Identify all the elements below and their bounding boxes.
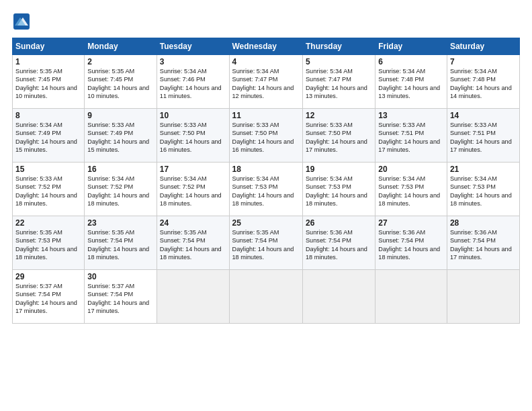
day-number: 8 <box>15 111 81 120</box>
cell-info: Sunrise: 5:33 AMSunset: 7:50 PMDaylight:… <box>232 122 294 153</box>
day-number: 6 <box>378 57 444 66</box>
calendar-cell: 16Sunrise: 5:34 AMSunset: 7:52 PMDayligh… <box>85 163 157 216</box>
calendar-cell: 5Sunrise: 5:34 AMSunset: 7:47 PMDaylight… <box>302 55 375 109</box>
calendar-cell <box>157 270 229 324</box>
cell-info: Sunrise: 5:35 AMSunset: 7:54 PMDaylight:… <box>160 229 222 261</box>
calendar-cell: 24Sunrise: 5:35 AMSunset: 7:54 PMDayligh… <box>157 216 229 270</box>
cell-info: Sunrise: 5:33 AMSunset: 7:50 PMDaylight:… <box>306 122 367 153</box>
logo <box>12 12 34 31</box>
day-number: 29 <box>15 272 81 281</box>
week-row-5: 29Sunrise: 5:37 AMSunset: 7:54 PMDayligh… <box>13 270 520 324</box>
day-number: 25 <box>232 218 300 228</box>
calendar-cell: 1Sunrise: 5:35 AMSunset: 7:45 PMDaylight… <box>13 55 85 109</box>
day-number: 19 <box>306 165 372 174</box>
calendar-cell: 22Sunrise: 5:35 AMSunset: 7:53 PMDayligh… <box>13 216 85 270</box>
header-monday: Monday <box>85 38 157 55</box>
cell-info: Sunrise: 5:34 AMSunset: 7:53 PMDaylight:… <box>450 175 512 207</box>
cell-info: Sunrise: 5:34 AMSunset: 7:46 PMDaylight:… <box>160 68 222 99</box>
header-sunday: Sunday <box>13 38 85 55</box>
day-number: 23 <box>87 218 153 228</box>
calendar-cell: 26Sunrise: 5:36 AMSunset: 7:54 PMDayligh… <box>302 216 375 270</box>
calendar-cell: 25Sunrise: 5:35 AMSunset: 7:54 PMDayligh… <box>229 216 302 270</box>
day-number: 20 <box>378 165 444 174</box>
cell-info: Sunrise: 5:35 AMSunset: 7:54 PMDaylight:… <box>87 229 149 261</box>
cell-info: Sunrise: 5:34 AMSunset: 7:49 PMDaylight:… <box>15 122 77 153</box>
cell-info: Sunrise: 5:37 AMSunset: 7:54 PMDaylight:… <box>87 283 149 314</box>
calendar-cell <box>375 270 447 324</box>
calendar-cell: 2Sunrise: 5:35 AMSunset: 7:45 PMDaylight… <box>85 55 157 109</box>
calendar-cell: 30Sunrise: 5:37 AMSunset: 7:54 PMDayligh… <box>85 270 157 324</box>
week-row-4: 22Sunrise: 5:35 AMSunset: 7:53 PMDayligh… <box>13 216 520 270</box>
calendar-cell: 18Sunrise: 5:34 AMSunset: 7:53 PMDayligh… <box>229 163 302 216</box>
day-number: 28 <box>450 218 517 228</box>
day-number: 10 <box>160 111 226 120</box>
calendar-cell: 11Sunrise: 5:33 AMSunset: 7:50 PMDayligh… <box>229 109 302 163</box>
calendar-cell: 7Sunrise: 5:34 AMSunset: 7:48 PMDaylight… <box>447 55 519 109</box>
calendar-cell: 20Sunrise: 5:34 AMSunset: 7:53 PMDayligh… <box>375 163 447 216</box>
week-row-1: 1Sunrise: 5:35 AMSunset: 7:45 PMDaylight… <box>13 55 520 109</box>
header-wednesday: Wednesday <box>229 38 302 55</box>
calendar-cell: 8Sunrise: 5:34 AMSunset: 7:49 PMDaylight… <box>13 109 85 163</box>
day-number: 15 <box>15 165 81 174</box>
cell-info: Sunrise: 5:35 AMSunset: 7:45 PMDaylight:… <box>15 68 77 99</box>
header-thursday: Thursday <box>302 38 375 55</box>
week-row-2: 8Sunrise: 5:34 AMSunset: 7:49 PMDaylight… <box>13 109 520 163</box>
calendar-cell: 4Sunrise: 5:34 AMSunset: 7:47 PMDaylight… <box>229 55 302 109</box>
cell-info: Sunrise: 5:34 AMSunset: 7:53 PMDaylight:… <box>378 175 440 207</box>
calendar-cell <box>447 270 519 324</box>
day-number: 13 <box>378 111 444 120</box>
header-friday: Friday <box>375 38 447 55</box>
logo-icon <box>12 12 31 31</box>
calendar-cell: 23Sunrise: 5:35 AMSunset: 7:54 PMDayligh… <box>85 216 157 270</box>
cell-info: Sunrise: 5:34 AMSunset: 7:52 PMDaylight:… <box>87 175 149 207</box>
day-number: 27 <box>378 218 444 228</box>
header-saturday: Saturday <box>447 38 519 55</box>
calendar-cell: 15Sunrise: 5:33 AMSunset: 7:52 PMDayligh… <box>13 163 85 216</box>
day-number: 2 <box>87 57 153 66</box>
calendar-cell: 29Sunrise: 5:37 AMSunset: 7:54 PMDayligh… <box>13 270 85 324</box>
day-number: 9 <box>87 111 153 120</box>
cell-info: Sunrise: 5:33 AMSunset: 7:51 PMDaylight:… <box>450 122 512 153</box>
cell-info: Sunrise: 5:37 AMSunset: 7:54 PMDaylight:… <box>15 283 77 314</box>
calendar-cell: 19Sunrise: 5:34 AMSunset: 7:53 PMDayligh… <box>302 163 375 216</box>
cell-info: Sunrise: 5:35 AMSunset: 7:53 PMDaylight:… <box>15 229 77 261</box>
day-number: 17 <box>160 165 226 174</box>
cell-info: Sunrise: 5:34 AMSunset: 7:52 PMDaylight:… <box>160 175 222 207</box>
day-number: 1 <box>15 57 81 66</box>
header <box>12 12 520 31</box>
day-number: 24 <box>160 218 226 228</box>
calendar-cell: 21Sunrise: 5:34 AMSunset: 7:53 PMDayligh… <box>447 163 519 216</box>
day-number: 4 <box>232 57 300 66</box>
header-tuesday: Tuesday <box>157 38 229 55</box>
calendar-cell: 12Sunrise: 5:33 AMSunset: 7:50 PMDayligh… <box>302 109 375 163</box>
cell-info: Sunrise: 5:34 AMSunset: 7:53 PMDaylight:… <box>232 175 294 207</box>
cell-info: Sunrise: 5:36 AMSunset: 7:54 PMDaylight:… <box>378 229 440 261</box>
calendar-cell: 9Sunrise: 5:33 AMSunset: 7:49 PMDaylight… <box>85 109 157 163</box>
cell-info: Sunrise: 5:34 AMSunset: 7:48 PMDaylight:… <box>378 68 440 99</box>
day-number: 3 <box>160 57 226 66</box>
cell-info: Sunrise: 5:33 AMSunset: 7:49 PMDaylight:… <box>87 122 149 153</box>
cell-info: Sunrise: 5:33 AMSunset: 7:52 PMDaylight:… <box>15 175 77 207</box>
day-number: 21 <box>450 165 517 174</box>
cell-info: Sunrise: 5:36 AMSunset: 7:54 PMDaylight:… <box>450 229 512 261</box>
page: SundayMondayTuesdayWednesdayThursdayFrid… <box>0 0 532 411</box>
day-number: 26 <box>306 218 372 228</box>
day-number: 14 <box>450 111 517 120</box>
calendar-cell: 3Sunrise: 5:34 AMSunset: 7:46 PMDaylight… <box>157 55 229 109</box>
cell-info: Sunrise: 5:34 AMSunset: 7:47 PMDaylight:… <box>306 68 367 99</box>
day-number: 30 <box>87 272 153 281</box>
day-number: 11 <box>232 111 300 120</box>
day-number: 22 <box>15 218 81 228</box>
cell-info: Sunrise: 5:36 AMSunset: 7:54 PMDaylight:… <box>306 229 367 261</box>
cell-info: Sunrise: 5:34 AMSunset: 7:53 PMDaylight:… <box>306 175 367 207</box>
calendar-cell <box>302 270 375 324</box>
calendar-table: SundayMondayTuesdayWednesdayThursdayFrid… <box>12 38 520 324</box>
cell-info: Sunrise: 5:33 AMSunset: 7:50 PMDaylight:… <box>160 122 222 153</box>
calendar-cell: 17Sunrise: 5:34 AMSunset: 7:52 PMDayligh… <box>157 163 229 216</box>
calendar-cell: 27Sunrise: 5:36 AMSunset: 7:54 PMDayligh… <box>375 216 447 270</box>
calendar-cell: 14Sunrise: 5:33 AMSunset: 7:51 PMDayligh… <box>447 109 519 163</box>
cell-info: Sunrise: 5:35 AMSunset: 7:54 PMDaylight:… <box>232 229 294 261</box>
calendar-cell: 13Sunrise: 5:33 AMSunset: 7:51 PMDayligh… <box>375 109 447 163</box>
week-row-3: 15Sunrise: 5:33 AMSunset: 7:52 PMDayligh… <box>13 163 520 216</box>
calendar-cell: 10Sunrise: 5:33 AMSunset: 7:50 PMDayligh… <box>157 109 229 163</box>
